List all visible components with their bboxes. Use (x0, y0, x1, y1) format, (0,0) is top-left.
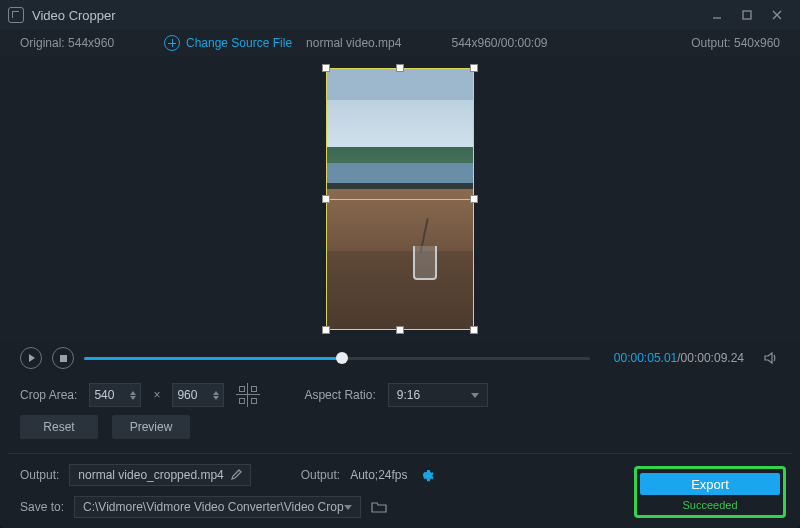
center-crop-icon[interactable] (236, 383, 260, 407)
crop-rectangle[interactable] (326, 68, 474, 330)
seek-fill (84, 357, 342, 360)
action-buttons-row: Reset Preview (0, 415, 800, 451)
export-highlight: Export Succeeded (634, 466, 786, 518)
source-filename: normal video.mp4 (306, 36, 401, 50)
chevron-down-icon (471, 393, 479, 398)
crop-handle-bottom-left[interactable] (322, 326, 330, 334)
crop-handle-bottom[interactable] (396, 326, 404, 334)
export-status: Succeeded (682, 499, 737, 511)
close-button[interactable] (762, 5, 792, 25)
spinner-icon[interactable] (130, 391, 136, 400)
minimize-button[interactable] (702, 5, 732, 25)
preview-button[interactable]: Preview (112, 415, 190, 439)
save-path-select[interactable]: C:\Vidmore\Vidmore Video Converter\Video… (74, 496, 361, 518)
crop-settings-row: Crop Area: 540 × 960 Aspect Ratio: 9:16 (0, 375, 800, 415)
spinner-icon[interactable] (213, 391, 219, 400)
aspect-ratio-value: 9:16 (397, 388, 420, 402)
crop-handle-top-left[interactable] (322, 64, 330, 72)
original-value: 544x960 (68, 36, 114, 50)
output-value: 540x960 (734, 36, 780, 50)
output-size: Output: 540x960 (650, 36, 780, 50)
aspect-ratio-label: Aspect Ratio: (304, 388, 375, 402)
original-size: Original: 544x960 (20, 36, 150, 50)
output-filename-field[interactable]: normal video_cropped.mp4 (69, 464, 250, 486)
aspect-ratio-select[interactable]: 9:16 (388, 383, 488, 407)
output-file-label: Output: (20, 468, 59, 482)
app-window: Video Cropper Original: 544x960 Change S… (0, 0, 800, 528)
crop-height-value: 960 (177, 388, 197, 402)
svg-rect-1 (743, 11, 751, 19)
plus-icon (164, 35, 180, 51)
play-button[interactable] (20, 347, 42, 369)
chevron-down-icon (344, 505, 352, 510)
source-info: 544x960/00:00:09 (451, 36, 547, 50)
app-icon (8, 7, 24, 23)
crop-handle-top-right[interactable] (470, 64, 478, 72)
window-title: Video Cropper (32, 8, 116, 23)
change-source-button[interactable]: Change Source File (164, 35, 292, 51)
output-panel: Output: normal video_cropped.mp4 Output:… (0, 460, 800, 528)
settings-icon[interactable] (418, 467, 434, 483)
preview-area[interactable] (0, 56, 800, 341)
edit-icon[interactable] (230, 469, 242, 481)
open-folder-icon[interactable] (371, 500, 387, 514)
separator (8, 453, 792, 454)
save-path: C:\Vidmore\Vidmore Video Converter\Video… (83, 500, 344, 514)
seek-thumb[interactable] (336, 352, 348, 364)
crop-guide-line (327, 199, 473, 200)
export-button[interactable]: Export (640, 473, 780, 495)
crop-handle-bottom-right[interactable] (470, 326, 478, 334)
transport-bar: 00:00:05.01/00:00:09.24 (0, 341, 800, 375)
crop-width-input[interactable]: 540 (89, 383, 141, 407)
change-source-label: Change Source File (186, 36, 292, 50)
stop-button[interactable] (52, 347, 74, 369)
volume-icon[interactable] (762, 349, 780, 367)
output-format-value: Auto;24fps (350, 468, 407, 482)
multiply-icon: × (153, 388, 160, 402)
reset-button[interactable]: Reset (20, 415, 98, 439)
glass-graphic (409, 230, 443, 280)
original-label: Original: (20, 36, 65, 50)
output-format-label: Output: (301, 468, 340, 482)
info-bar: Original: 544x960 Change Source File nor… (0, 30, 800, 56)
timecode: 00:00:05.01/00:00:09.24 (614, 351, 744, 365)
crop-handle-top[interactable] (396, 64, 404, 72)
crop-area-label: Crop Area: (20, 388, 77, 402)
total-time: 00:00:09.24 (681, 351, 744, 365)
output-label: Output: (691, 36, 730, 50)
maximize-button[interactable] (732, 5, 762, 25)
current-time: 00:00:05.01 (614, 351, 677, 365)
output-filename: normal video_cropped.mp4 (78, 468, 223, 482)
crop-height-input[interactable]: 960 (172, 383, 224, 407)
crop-width-value: 540 (94, 388, 114, 402)
save-to-label: Save to: (20, 500, 64, 514)
title-bar: Video Cropper (0, 0, 800, 30)
crop-handle-right[interactable] (470, 195, 478, 203)
seek-slider[interactable] (84, 357, 590, 360)
crop-handle-left[interactable] (322, 195, 330, 203)
